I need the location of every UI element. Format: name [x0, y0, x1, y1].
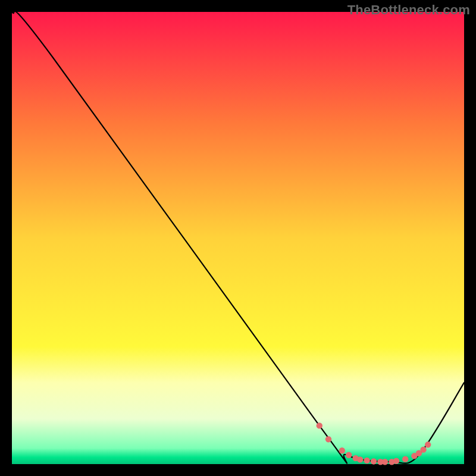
curve-marker [382, 459, 388, 465]
curve-marker [339, 447, 345, 453]
watermark-label: TheBottleneck.com [347, 2, 470, 18]
curve-marker [346, 452, 352, 458]
curve-marker [317, 422, 322, 428]
curve-marker [425, 441, 431, 447]
curve-marker [325, 436, 331, 442]
chart-stage: TheBottleneck.com [0, 0, 476, 476]
curve-marker [420, 446, 426, 452]
curve-marker [364, 458, 369, 464]
bottleneck-chart [0, 0, 476, 476]
curve-marker [402, 456, 408, 462]
curve-marker [393, 458, 399, 464]
curve-marker [371, 458, 377, 464]
chart-gradient-bg [12, 12, 464, 464]
curve-marker [357, 456, 363, 462]
